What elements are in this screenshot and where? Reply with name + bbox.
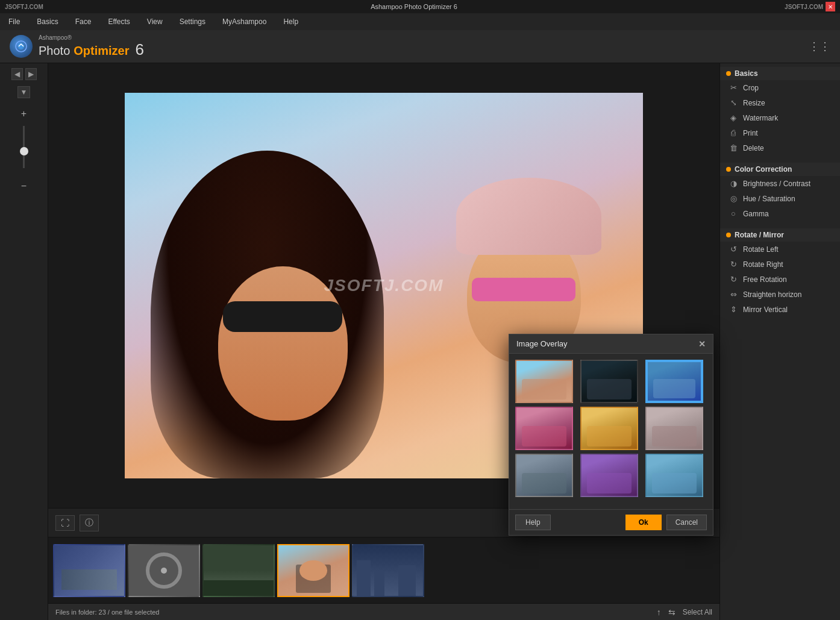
panel-item-print[interactable]: ⎙ Print xyxy=(720,125,840,140)
overlay-thumb-3[interactable] xyxy=(645,360,703,403)
overlay-thumb-1[interactable] xyxy=(515,360,573,403)
section-title-rotate: Rotate / Mirror xyxy=(735,231,784,239)
watermark-left: JSOFTJ.COM xyxy=(5,4,43,10)
menu-myashampoo[interactable]: MyAshampoo xyxy=(219,16,270,27)
watermark-icon: ◈ xyxy=(729,113,738,122)
menu-view[interactable]: View xyxy=(143,16,166,27)
panel-item-straighten[interactable]: ⇔ Straighten horizon xyxy=(720,287,840,302)
dialog-ok-button[interactable]: Ok xyxy=(625,515,662,530)
status-nav-up[interactable]: ↑ xyxy=(657,607,661,617)
free-rotation-icon: ↻ xyxy=(729,275,738,284)
menu-file[interactable]: File xyxy=(5,16,24,27)
dialog-body xyxy=(509,354,713,509)
mirror-vertical-icon: ⇕ xyxy=(729,305,738,314)
gamma-icon: ○ xyxy=(729,209,738,218)
status-text: Files in folder: 23 / one file selected xyxy=(55,609,159,616)
panel-item-rotate-right[interactable]: ↻ Rotate Right xyxy=(720,257,840,272)
panel-label-hue: Hue / Saturation xyxy=(743,195,795,203)
panel-label-free-rotation: Free Rotation xyxy=(743,275,787,284)
overlay-thumb-2[interactable] xyxy=(580,360,638,403)
section-dot-color xyxy=(726,167,731,172)
fullscreen-button[interactable]: ⛶ xyxy=(55,515,75,531)
panel-section-basics: Basics ✂ Crop ⤡ Resize ◈ Watermark ⎙ Pri… xyxy=(720,63,840,159)
panel-item-free-rotation[interactable]: ↻ Free Rotation xyxy=(720,272,840,287)
share-icon[interactable]: ⋮⋮ xyxy=(809,40,830,53)
filmstrip-thumb-3[interactable] xyxy=(202,544,275,597)
panel-label-rotate-right: Rotate Right xyxy=(743,260,783,269)
panel-label-mirror-vertical: Mirror Vertical xyxy=(743,305,788,314)
dialog-title: Image Overlay xyxy=(516,339,568,348)
overlay-thumbnail-grid xyxy=(515,360,707,497)
rotate-right-icon: ↻ xyxy=(729,260,738,269)
close-button[interactable]: ✕ xyxy=(826,2,835,11)
panel-label-gamma: Gamma xyxy=(743,210,769,218)
titlebar-controls: JSOFTJ.COM ✕ xyxy=(785,2,835,11)
logobar: Ashampoo® Photo Optimizer 6 ⋮⋮ xyxy=(0,30,840,63)
panel-item-rotate-left[interactable]: ↺ Rotate Left xyxy=(720,242,840,257)
dialog-help-button[interactable]: Help xyxy=(515,515,551,530)
filmstrip-thumb-4[interactable] xyxy=(277,544,349,597)
section-dot-rotate xyxy=(726,233,731,237)
zoom-slider[interactable] xyxy=(23,126,25,174)
overlay-thumb-7[interactable] xyxy=(515,454,573,497)
dialog-close-button[interactable]: ✕ xyxy=(698,339,706,349)
status-nav-swap[interactable]: ⇆ xyxy=(668,607,675,617)
nav-left-arrow[interactable]: ◀ xyxy=(11,68,23,80)
panel-label-watermark: Watermark xyxy=(743,114,778,122)
resize-icon: ⤡ xyxy=(729,98,738,107)
nav-down-arrow[interactable]: ▼ xyxy=(17,86,31,98)
panel-label-brightness: Brightness / Contrast xyxy=(743,180,810,188)
watermark-right: JSOFTJ.COM xyxy=(785,4,823,10)
zoom-out-button[interactable]: − xyxy=(17,179,31,193)
overlay-thumb-4[interactable] xyxy=(515,407,573,450)
dialog-footer: Help Ok Cancel xyxy=(509,509,713,535)
nav-right-arrow[interactable]: ▶ xyxy=(25,68,37,80)
image-overlay-dialog: Image Overlay ✕ xyxy=(509,334,713,536)
zoom-in-button[interactable]: + xyxy=(17,107,31,121)
filmstrip-thumb-5[interactable] xyxy=(352,544,424,597)
right-panel: Basics ✂ Crop ⤡ Resize ◈ Watermark ⎙ Pri… xyxy=(719,63,840,620)
logo-text: Ashampoo® Photo Optimizer 6 xyxy=(39,34,144,58)
select-all-button[interactable]: Select All xyxy=(683,608,712,616)
menu-face[interactable]: Face xyxy=(72,16,95,27)
zoom-slider-track xyxy=(23,126,25,168)
panel-label-print: Print xyxy=(743,129,758,137)
section-header-rotate: Rotate / Mirror xyxy=(720,228,840,242)
menu-help[interactable]: Help xyxy=(280,16,302,27)
section-header-color: Color Correction xyxy=(720,163,840,176)
crop-icon: ✂ xyxy=(729,83,738,92)
status-right: ↑ ⇆ Select All xyxy=(657,607,712,617)
menu-effects[interactable]: Effects xyxy=(104,16,133,27)
filmstrip-thumb-1[interactable] xyxy=(53,544,125,597)
left-panel: ◀ ▶ ▼ + − xyxy=(0,63,48,620)
zoom-controls: + − xyxy=(17,107,31,193)
panel-item-crop[interactable]: ✂ Crop xyxy=(720,80,840,95)
overlay-thumb-8[interactable] xyxy=(580,454,638,497)
panel-item-watermark[interactable]: ◈ Watermark xyxy=(720,110,840,125)
panel-label-crop: Crop xyxy=(743,84,759,92)
overlay-thumb-5[interactable] xyxy=(580,407,638,450)
filmstrip-thumb-2[interactable] xyxy=(128,544,200,597)
panel-item-resize[interactable]: ⤡ Resize xyxy=(720,95,840,110)
panel-item-mirror-vertical[interactable]: ⇕ Mirror Vertical xyxy=(720,302,840,317)
brightness-icon: ◑ xyxy=(729,179,738,188)
logo-brand: Ashampoo® xyxy=(39,34,144,41)
section-title-basics: Basics xyxy=(735,69,758,78)
panel-item-brightness[interactable]: ◑ Brightness / Contrast xyxy=(720,176,840,191)
logo-optimizer: Optimizer xyxy=(74,44,129,57)
window-title: Ashampoo Photo Optimizer 6 xyxy=(371,3,457,10)
menu-settings[interactable]: Settings xyxy=(176,16,209,27)
panel-section-rotate: Rotate / Mirror ↺ Rotate Left ↻ Rotate R… xyxy=(720,225,840,321)
menu-basics[interactable]: Basics xyxy=(33,16,61,27)
panel-item-delete[interactable]: 🗑 Delete xyxy=(720,140,840,155)
info-button[interactable]: ⓘ xyxy=(80,515,99,531)
section-dot-basics xyxy=(726,71,731,76)
overlay-thumb-9[interactable] xyxy=(645,454,703,497)
logo-number: 6 xyxy=(136,41,144,58)
panel-item-hue[interactable]: ◎ Hue / Saturation xyxy=(720,191,840,206)
panel-item-gamma[interactable]: ○ Gamma xyxy=(720,206,840,221)
dialog-cancel-button[interactable]: Cancel xyxy=(666,515,707,530)
zoom-slider-thumb xyxy=(20,147,28,155)
overlay-thumb-6[interactable] xyxy=(645,407,703,450)
section-title-color: Color Correction xyxy=(735,165,792,174)
